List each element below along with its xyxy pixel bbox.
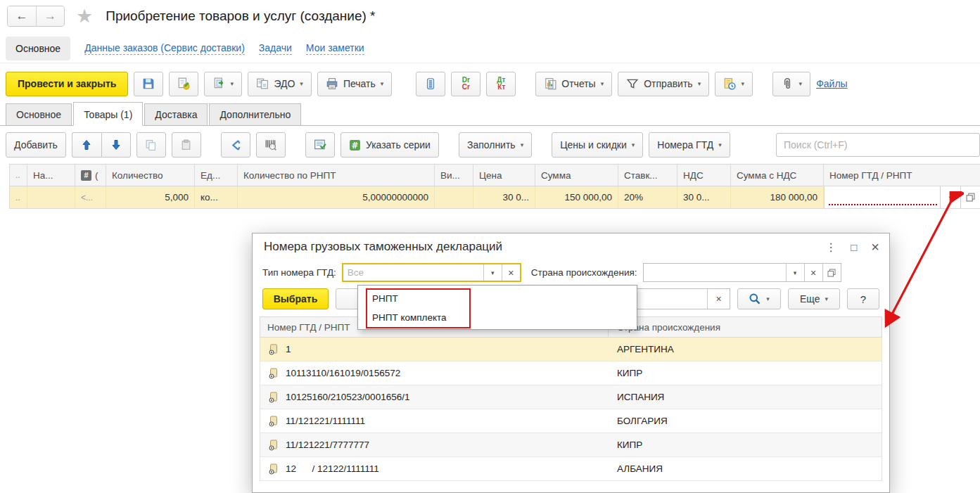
move-up-button[interactable]	[72, 132, 101, 158]
col-price[interactable]: Цена	[473, 165, 535, 186]
combo-clear-button[interactable]: ×	[502, 264, 520, 281]
gtd-number-field[interactable]	[825, 186, 940, 208]
combo-clear-button[interactable]: ×	[804, 264, 822, 281]
col-name[interactable]: На...	[27, 165, 75, 186]
prices-discounts-label: Цены и скидки	[560, 139, 627, 151]
table-row[interactable]: 11/121221/1111111 БОЛГАРИЯ	[260, 409, 882, 433]
forward-arrow-icon[interactable]: →	[36, 6, 64, 26]
col-type[interactable]: Ви...	[435, 165, 473, 186]
table-row[interactable]: 12 / 12122/1111111 АЛБАНИЯ	[260, 457, 882, 481]
add-button[interactable]: Добавить	[6, 132, 66, 158]
dr-cr-button[interactable]: DrCr	[451, 72, 481, 96]
more-button[interactable]: Еще ▾	[788, 288, 840, 309]
cr-label: Cr	[462, 84, 470, 91]
tab-additional[interactable]: Дополнительно	[209, 103, 301, 126]
create-based-on-button[interactable]: ▾	[204, 72, 242, 96]
kebab-menu-icon[interactable]: ⋮	[825, 241, 836, 254]
prices-discounts-button[interactable]: Цены и скидки ▾	[552, 132, 643, 158]
maximize-icon[interactable]: □	[851, 241, 857, 253]
nav-item-notes[interactable]: Мои заметки	[306, 42, 364, 55]
col-rate[interactable]: Ставк...	[618, 165, 677, 186]
barcode-scan-button[interactable]	[256, 132, 286, 158]
reminder-button[interactable]: ▾	[715, 72, 753, 96]
back-arrow-icon[interactable]: ←	[8, 6, 36, 26]
col-quantity-rnpt[interactable]: Количество по РНПТ	[238, 165, 435, 186]
post-document-button[interactable]	[169, 72, 198, 96]
edo-button[interactable]: ЭДО ▾	[248, 72, 312, 96]
post-and-close-button[interactable]: Провести и закрыть	[6, 72, 128, 96]
col-marker[interactable]: ..	[10, 165, 27, 186]
send-funnel-icon	[626, 77, 639, 90]
fill-button[interactable]: Заполнить ▾	[459, 132, 532, 158]
save-button[interactable]	[134, 72, 163, 96]
page-title: Приобретение товаров и услуг (создание) …	[106, 8, 375, 24]
check-fill-button[interactable]	[305, 132, 335, 158]
col-vat[interactable]: НДС	[677, 165, 731, 186]
cell-price: 30 0...	[473, 186, 535, 208]
country-filter-combobox[interactable]: ▾ ×	[643, 263, 841, 282]
combo-dropdown-button[interactable]: ▾	[786, 264, 804, 281]
reports-button[interactable]: Отчеты ▾	[535, 72, 612, 96]
cell-sum-vat: 180 000,00	[731, 186, 824, 208]
type-filter-input[interactable]	[343, 264, 483, 281]
table-row[interactable]: 1 АРГЕНТИНА	[260, 338, 882, 361]
send-button[interactable]: Отправить ▾	[618, 72, 709, 96]
type-filter-combobox[interactable]: ▾ ×	[342, 263, 521, 282]
fill-label: Заполнить	[467, 139, 516, 151]
split-row-button[interactable]	[221, 132, 250, 158]
combo-open-button[interactable]	[822, 264, 841, 281]
open-window-icon	[966, 193, 975, 202]
col-number[interactable]: #(	[75, 165, 106, 186]
document-structure-button[interactable]	[416, 72, 445, 96]
select-button[interactable]: Выбрать	[262, 288, 329, 309]
col-sum-vat[interactable]: Сумма с НДС	[731, 165, 824, 186]
gtd-numbers-button[interactable]: Номера ГТД ▾	[649, 132, 730, 158]
country-filter-input[interactable]	[644, 264, 786, 281]
dropdown-item-rnpt-komplekta[interactable]: РНПТ комплекта	[358, 308, 637, 327]
tab-goods[interactable]: Товары (1)	[73, 102, 143, 126]
dropdown-item-rnpt[interactable]: РНПТ	[358, 289, 637, 308]
col-gtd-number[interactable]: Номер ГТД / РНПТ	[824, 165, 980, 186]
type-filter-label: Тип номера ГТД:	[262, 267, 336, 278]
tab-main[interactable]: Основное	[6, 103, 72, 126]
paste-button[interactable]	[172, 132, 201, 158]
col-sum[interactable]: Сумма	[535, 165, 618, 186]
goods-table-row[interactable]: .. <... 5,000 ко... 5,00000000000 30 0..…	[9, 186, 980, 209]
checklist-icon	[314, 139, 326, 151]
cell-dropdown-button[interactable]: ▾	[940, 186, 961, 208]
move-down-button[interactable]	[101, 132, 131, 158]
close-icon[interactable]: ×	[871, 239, 879, 255]
help-button[interactable]: ?	[847, 288, 879, 309]
col-quantity[interactable]: Количество	[106, 165, 195, 186]
table-row[interactable]: 10125160/210523/0001656/1 ИСПАНИЯ	[260, 385, 882, 409]
country-value: ИСПАНИЯ	[609, 385, 882, 409]
favorite-star-icon[interactable]: ★	[76, 7, 93, 26]
gtd-item-icon	[269, 344, 279, 355]
search-clear-button[interactable]: ×	[707, 289, 730, 309]
dt-kt-button[interactable]: ДтКт	[486, 72, 516, 96]
paperclip-icon	[781, 77, 794, 90]
copy-button[interactable]	[136, 132, 166, 158]
nav-item-main[interactable]: Основное	[6, 37, 70, 60]
tab-delivery[interactable]: Доставка	[144, 103, 208, 126]
files-link[interactable]: Файлы	[816, 78, 847, 89]
cell-gtd-number-edit[interactable]: ▾	[824, 186, 980, 208]
table-row[interactable]: 10113110/161019/0156572 КИПР	[260, 361, 882, 385]
specify-series-button[interactable]: # Указать серии	[341, 132, 439, 158]
nav-item-tasks[interactable]: Задачи	[259, 42, 292, 55]
search-button[interactable]: ▾	[737, 288, 781, 309]
create-based-on-icon	[213, 77, 226, 90]
form-nav-links: Основное Данные заказов (Сервис доставки…	[0, 34, 980, 63]
print-button[interactable]: Печать ▾	[317, 72, 392, 96]
search-input[interactable]	[776, 133, 980, 157]
attachments-button[interactable]: ▾	[772, 72, 810, 96]
table-row[interactable]: 11/121221/7777777 КИПР	[260, 433, 882, 457]
nav-item-order-data[interactable]: Данные заказов (Сервис доставки)	[84, 42, 245, 55]
structure-icon	[424, 77, 437, 90]
cell-quantity: 5,000	[106, 186, 195, 208]
combo-dropdown-button[interactable]: ▾	[483, 264, 502, 281]
col-unit[interactable]: Ед...	[195, 165, 238, 186]
open-list-button[interactable]	[961, 186, 980, 208]
col-origin-country[interactable]: Страна происхождения	[609, 317, 882, 337]
cell-sum: 150 000,00	[535, 186, 618, 208]
